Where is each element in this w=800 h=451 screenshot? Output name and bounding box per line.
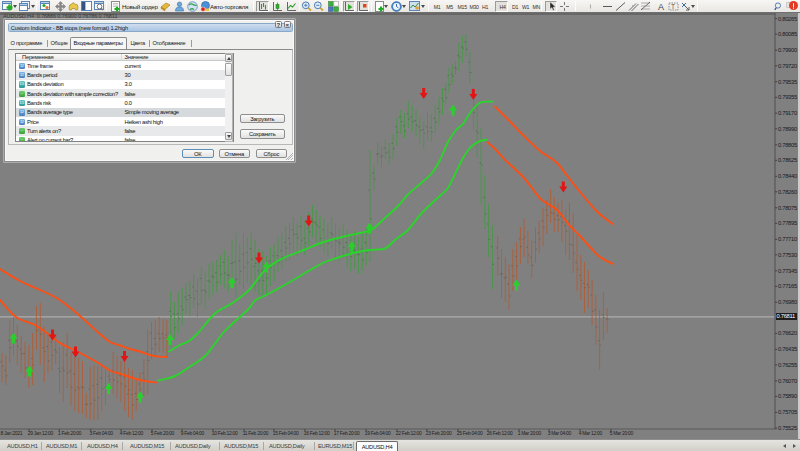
svg-text:T: T <box>671 3 675 10</box>
svg-text:A: A <box>658 2 664 12</box>
